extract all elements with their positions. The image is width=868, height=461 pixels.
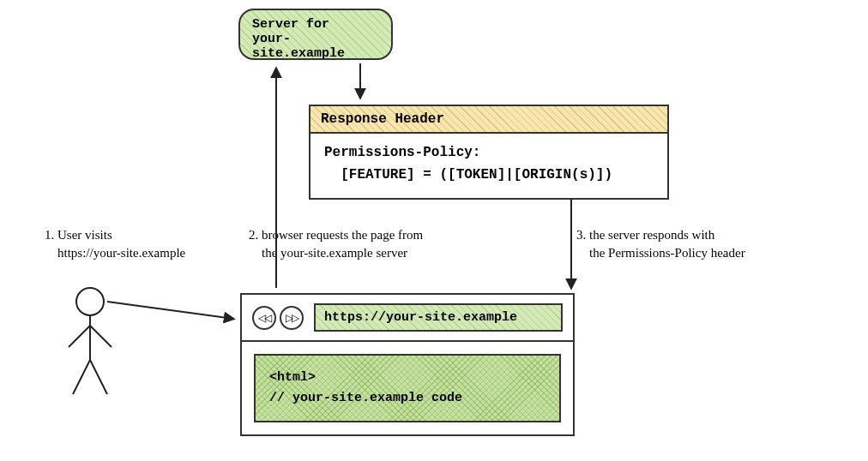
url-bar[interactable]: https://your-site.example xyxy=(314,303,563,332)
forward-button[interactable]: ▷▷ xyxy=(280,306,304,330)
svg-point-0 xyxy=(76,288,104,315)
caption-step3: 3. the server responds with the Permissi… xyxy=(576,226,745,262)
svg-line-3 xyxy=(90,326,112,347)
svg-line-6 xyxy=(107,302,233,319)
page-code: <html> // your-site.example code xyxy=(254,354,561,422)
browser-window: ◁◁ ▷▷ https://your-site.example <html> /… xyxy=(240,293,575,436)
url-text: https://your-site.example xyxy=(324,310,517,325)
svg-line-2 xyxy=(69,326,90,347)
caption-step2: 2. browser requests the page from the yo… xyxy=(249,226,423,262)
svg-line-5 xyxy=(90,360,107,394)
back-icon: ◁◁ xyxy=(258,312,270,324)
server-box: Server for your-site.example xyxy=(238,9,393,60)
svg-line-4 xyxy=(73,360,90,394)
caption-step1: 1. User visits https://your-site.example xyxy=(45,226,185,262)
browser-body: <html> // your-site.example code xyxy=(242,342,573,434)
forward-icon: ▷▷ xyxy=(286,312,298,324)
server-label-line1: Server for xyxy=(252,17,379,32)
browser-toolbar: ◁◁ ▷▷ https://your-site.example xyxy=(242,295,573,342)
user-icon xyxy=(69,288,112,394)
response-body: Permissions-Policy: [FEATURE] = ([TOKEN]… xyxy=(310,134,667,198)
back-button[interactable]: ◁◁ xyxy=(252,306,276,330)
response-header-title: Response Header xyxy=(310,106,667,134)
response-box: Response Header Permissions-Policy: [FEA… xyxy=(309,105,669,200)
server-label-line2: your-site.example xyxy=(252,32,379,61)
